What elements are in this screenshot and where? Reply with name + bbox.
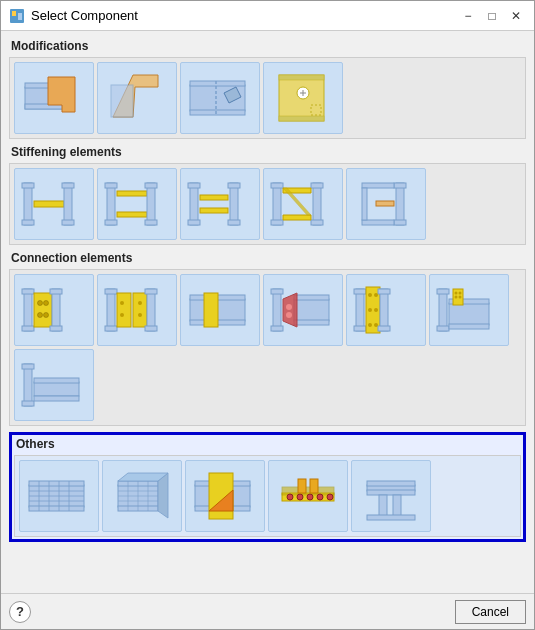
svg-rect-40 (228, 183, 240, 188)
svg-rect-29 (105, 183, 117, 188)
modification-item-4[interactable] (263, 62, 343, 134)
svg-point-158 (327, 494, 333, 500)
connection-section: Connection elements (9, 251, 526, 426)
svg-rect-120 (24, 364, 32, 406)
svg-rect-71 (107, 289, 115, 331)
svg-rect-27 (62, 220, 74, 225)
modifications-label: Modifications (9, 39, 526, 53)
svg-rect-35 (145, 220, 157, 225)
connection-item-4[interactable] (263, 274, 343, 346)
connection-item-6[interactable] (429, 274, 509, 346)
stiffening-item-2[interactable] (97, 168, 177, 240)
svg-rect-68 (52, 289, 60, 331)
svg-rect-91 (294, 295, 329, 300)
connection-item-3[interactable] (180, 274, 260, 346)
stiffening-item-3[interactable] (180, 168, 260, 240)
stiffening-item-1[interactable] (14, 168, 94, 240)
stiffening-section: Stiffening elements (9, 145, 526, 245)
svg-rect-31 (117, 191, 147, 196)
cancel-button[interactable]: Cancel (455, 600, 526, 624)
svg-rect-114 (449, 324, 489, 329)
svg-rect-97 (354, 289, 366, 294)
svg-point-108 (374, 323, 378, 327)
svg-point-154 (287, 494, 293, 500)
svg-rect-46 (271, 220, 283, 225)
stiffening-label: Stiffening elements (9, 145, 526, 159)
svg-point-95 (286, 312, 292, 318)
other-item-4[interactable] (268, 460, 348, 532)
svg-rect-124 (34, 378, 79, 383)
close-button[interactable]: ✕ (506, 6, 526, 26)
maximize-button[interactable]: □ (482, 6, 502, 26)
svg-point-79 (138, 313, 142, 317)
modification-item-2[interactable] (97, 62, 177, 134)
svg-rect-36 (190, 183, 198, 225)
window-title: Select Component (31, 8, 458, 23)
svg-rect-92 (294, 320, 329, 325)
svg-rect-22 (22, 183, 34, 188)
svg-rect-38 (188, 220, 200, 225)
svg-rect-24 (34, 201, 64, 207)
svg-rect-81 (145, 289, 157, 294)
minimize-button[interactable]: − (458, 6, 478, 26)
svg-rect-123 (34, 382, 79, 396)
svg-rect-100 (380, 289, 388, 331)
svg-rect-128 (29, 506, 84, 511)
svg-rect-165 (393, 495, 401, 517)
connection-item-5[interactable] (346, 274, 426, 346)
stiffening-item-5[interactable] (346, 168, 426, 240)
svg-marker-93 (283, 293, 297, 327)
other-item-2[interactable] (102, 460, 182, 532)
svg-rect-56 (362, 183, 394, 188)
svg-rect-34 (145, 183, 157, 188)
svg-rect-72 (105, 289, 117, 294)
svg-rect-45 (271, 183, 283, 188)
modifications-grid (9, 57, 526, 139)
svg-rect-166 (367, 515, 415, 520)
connection-grid (9, 269, 526, 426)
svg-rect-70 (50, 326, 62, 331)
svg-rect-49 (311, 220, 323, 225)
stiffening-item-4[interactable] (263, 168, 343, 240)
svg-rect-110 (437, 289, 449, 294)
svg-rect-8 (111, 85, 133, 117)
svg-rect-86 (204, 293, 218, 327)
modification-item-1[interactable] (14, 62, 94, 134)
connection-item-2[interactable] (97, 274, 177, 346)
svg-rect-109 (439, 289, 447, 331)
svg-rect-47 (313, 183, 321, 225)
svg-rect-159 (298, 479, 306, 493)
svg-rect-11 (190, 110, 245, 115)
bottom-bar: ? Cancel (1, 593, 534, 629)
svg-rect-53 (396, 183, 404, 225)
title-bar: Select Component − □ ✕ (1, 1, 534, 31)
connection-item-1[interactable] (14, 274, 94, 346)
svg-rect-21 (24, 183, 32, 225)
help-button[interactable]: ? (9, 601, 31, 623)
svg-rect-44 (273, 183, 281, 225)
svg-rect-163 (367, 490, 415, 495)
svg-rect-42 (200, 195, 228, 200)
svg-point-104 (374, 293, 378, 297)
svg-rect-102 (378, 326, 390, 331)
svg-rect-75 (133, 293, 147, 327)
svg-point-78 (138, 301, 142, 305)
other-item-5[interactable] (351, 460, 431, 532)
modification-item-3[interactable] (180, 62, 260, 134)
svg-rect-63 (34, 293, 52, 327)
others-grid (14, 455, 521, 537)
other-item-3[interactable] (185, 460, 265, 532)
svg-rect-26 (62, 183, 74, 188)
connection-item-7[interactable] (14, 349, 94, 421)
svg-marker-51 (283, 215, 311, 220)
svg-rect-58 (362, 188, 367, 220)
other-item-1[interactable] (19, 460, 99, 532)
svg-rect-15 (279, 75, 324, 80)
svg-rect-57 (362, 220, 394, 225)
svg-rect-55 (394, 220, 406, 225)
svg-rect-74 (117, 293, 131, 327)
svg-rect-25 (64, 183, 72, 225)
svg-rect-23 (22, 220, 34, 225)
connection-label: Connection elements (9, 251, 526, 265)
svg-rect-160 (310, 479, 318, 493)
